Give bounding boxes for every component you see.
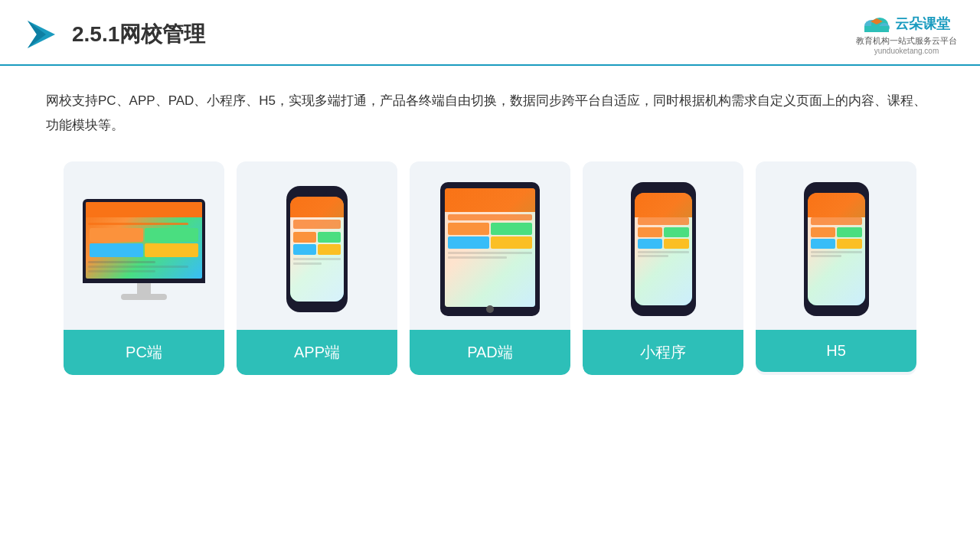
page-header: 2.5.1网校管理 云朵课堂 教育机构一站式服务云平台 yunduoketang… — [0, 0, 980, 66]
card-pc: PC端 — [64, 161, 224, 375]
logo-url: yunduoketang.com — [874, 47, 939, 55]
description-text: 网校支持PC、APP、PAD、小程序、H5，实现多端打通，产品各终端自由切换，数… — [46, 89, 934, 139]
platform-cards: PC端 — [46, 161, 934, 375]
page-title: 2.5.1网校管理 — [72, 20, 205, 49]
card-app: APP端 — [237, 161, 397, 375]
card-miniapp: 小程序 — [583, 161, 743, 375]
logo-text: 云朵课堂 — [895, 15, 950, 33]
card-pad-label: PAD端 — [410, 330, 570, 375]
phone-miniapp-mockup — [631, 182, 696, 316]
card-miniapp-label: 小程序 — [583, 330, 743, 375]
phone-app-mockup — [286, 186, 348, 312]
svg-marker-1 — [28, 21, 46, 48]
card-app-label: APP端 — [237, 330, 397, 375]
card-h5: H5 — [756, 161, 916, 375]
card-pc-label: PC端 — [64, 330, 224, 375]
logo-tagline: 教育机构一站式服务云平台 — [856, 35, 957, 47]
logo-cloud-icon: 云朵课堂 — [863, 14, 950, 34]
cloud-icon — [863, 14, 890, 34]
card-miniapp-image — [583, 161, 743, 330]
main-content: 网校支持PC、APP、PAD、小程序、H5，实现多端打通，产品各终端自由切换，数… — [0, 66, 980, 375]
card-h5-label: H5 — [756, 330, 916, 372]
card-pad-image — [410, 161, 570, 330]
card-app-image — [237, 161, 397, 330]
tablet-mockup — [440, 182, 540, 316]
card-pad: PAD端 — [410, 161, 570, 375]
svg-rect-5 — [864, 26, 889, 32]
brand-arrow-icon — [23, 16, 60, 53]
monitor-mockup — [83, 199, 205, 300]
header-left: 2.5.1网校管理 — [23, 16, 205, 53]
brand-logo: 云朵课堂 教育机构一站式服务云平台 yunduoketang.com — [856, 14, 957, 55]
card-h5-image — [756, 161, 916, 330]
card-pc-image — [64, 161, 224, 330]
phone-h5-mockup — [804, 182, 869, 316]
